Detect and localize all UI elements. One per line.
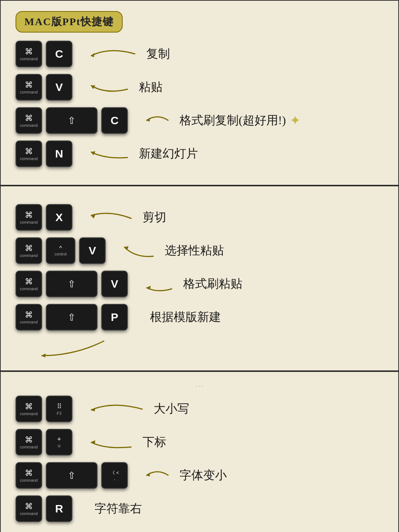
key-shift-4: ⇧	[46, 462, 98, 489]
cmd-key-4: ⌘ command	[16, 140, 42, 167]
key-n: N	[46, 140, 72, 167]
arrow-svg-format-copy	[143, 111, 172, 130]
section-2: ⌘ command X 剪切 ⌘ command ^ control V	[0, 186, 399, 371]
keys-template-new: ⌘ command ⇧ P	[16, 304, 128, 331]
cmd-key-6: ⌘ command	[16, 237, 42, 264]
shortcut-row-selective-paste: ⌘ command ^ control V 选择性粘贴	[16, 237, 383, 264]
annotation-selective-paste: 选择性粘贴	[165, 243, 224, 259]
annotation-paste: 粘贴	[139, 79, 163, 95]
cmd-key-7: ⌘ command	[16, 271, 42, 297]
cmd-key-12: ⌘ command	[16, 495, 42, 522]
annotation-copy: 复制	[146, 46, 170, 62]
key-control: ^ control	[46, 237, 75, 264]
annotation-subscript: 下标	[143, 434, 166, 450]
section-3: · · · ⌘ command ⠿ F3 大小写 ⌘ command	[0, 371, 399, 532]
cmd-key-9: ⌘ command	[16, 396, 42, 422]
arrow-svg-case	[87, 399, 146, 419]
key-shift-1: ⇧	[46, 107, 98, 134]
cmd-key-1: ⌘ command	[16, 41, 42, 67]
key-plus-equal: + =	[46, 429, 72, 455]
shortcut-row-new-slide: ⌘ command N 新建幻灯片	[16, 140, 383, 167]
keys-format-copy: ⌘ command ⇧ C	[16, 107, 128, 134]
arrow-svg-bottom-s2	[38, 337, 112, 359]
key-f3: ⠿ F3	[46, 396, 72, 422]
arrow-format-copy: 格式刷复制(超好用!) ✦	[143, 111, 301, 130]
arrow-case: 大小写	[87, 399, 189, 419]
keys-cut: ⌘ command X	[16, 204, 72, 231]
keys-new-slide: ⌘ command N	[16, 140, 72, 167]
shortcut-row-font-small: ⌘ command ⇧ 《 < ， 字体变小	[16, 462, 383, 489]
arrow-format-paste: 格式刷粘贴	[143, 275, 242, 293]
key-comma: 《 < ，	[101, 462, 128, 489]
arrow-svg-new-slide	[87, 145, 132, 163]
key-shift-2: ⇧	[46, 271, 98, 297]
arrow-svg-cut	[87, 208, 135, 227]
key-c-format: C	[101, 107, 128, 134]
shortcut-row-cut: ⌘ command X 剪切	[16, 204, 383, 231]
keys-selective-paste: ⌘ command ^ control V	[16, 237, 106, 264]
arrow-cut: 剪切	[87, 208, 166, 227]
cmd-key-8: ⌘ command	[16, 304, 42, 331]
section-1: MAC版PPt快捷键 ⌘ command C 复制 ⌘ command V	[0, 0, 399, 186]
arrow-svg-selective	[120, 240, 157, 262]
key-x: X	[46, 204, 72, 231]
shortcut-row-copy: ⌘ command C 复制	[16, 41, 383, 67]
key-v-format: V	[101, 271, 128, 297]
annotation-template-new: 根据模版新建	[150, 309, 221, 325]
arrow-font-small: 字体变小	[143, 466, 227, 485]
arrow-subscript: 下标	[87, 433, 166, 451]
cmd-key-10: ⌘ command	[16, 429, 42, 455]
key-p: P	[101, 304, 128, 331]
arrow-copy: 复制	[87, 45, 170, 63]
annotation-format-paste: 格式刷粘贴	[183, 276, 242, 292]
arrow-svg-paste	[87, 78, 132, 96]
arrow-new-slide: 新建幻灯片	[87, 145, 198, 163]
key-v-selective: V	[79, 237, 106, 264]
key-r: R	[46, 495, 72, 522]
annotation-case: 大小写	[154, 401, 189, 417]
cmd-key-2: ⌘ command	[16, 74, 42, 101]
arrow-svg-bottom-s3	[38, 529, 112, 532]
dot-decoration: · · ·	[16, 383, 383, 389]
arrow-svg-font-small	[143, 466, 172, 485]
key-shift-3: ⇧	[46, 304, 98, 331]
keys-align-right: ⌘ command R	[16, 495, 72, 522]
keys-format-paste: ⌘ command ⇧ V	[16, 271, 128, 297]
keys-copy: ⌘ command C	[16, 41, 72, 67]
page-title: MAC版PPt快捷键	[16, 11, 123, 33]
shortcut-row-format-copy: ⌘ command ⇧ C 格式刷复制(超好用!) ✦	[16, 107, 383, 134]
arrow-selective-paste: 选择性粘贴	[120, 240, 224, 262]
svg-marker-7	[41, 353, 46, 358]
shortcut-row-align-right: ⌘ command R 字符靠右	[16, 495, 383, 522]
arrow-svg-format-paste	[143, 275, 176, 293]
key-v-paste: V	[46, 74, 72, 101]
shortcut-row-case: ⌘ command ⠿ F3 大小写	[16, 396, 383, 422]
shortcut-row-format-paste: ⌘ command ⇧ V 格式刷粘贴	[16, 271, 383, 297]
shortcut-row-template-new: ⌘ command ⇧ P 根据模版新建	[16, 304, 383, 331]
shortcut-row-paste: ⌘ command V 粘贴	[16, 74, 383, 101]
key-c-copy: C	[46, 41, 72, 67]
annotation-format-copy: 格式刷复制(超好用!)	[180, 112, 286, 129]
keys-paste: ⌘ command V	[16, 74, 72, 101]
arrow-template-new: 根据模版新建	[143, 309, 221, 325]
cmd-key-3: ⌘ command	[16, 107, 42, 134]
arrow-svg-copy	[87, 45, 139, 63]
cmd-key-11: ⌘ command	[16, 462, 42, 489]
arrow-paste: 粘贴	[87, 78, 163, 96]
annotation-new-slide: 新建幻灯片	[139, 146, 198, 162]
cmd-key-5: ⌘ command	[16, 204, 42, 231]
annotation-cut: 剪切	[143, 209, 166, 226]
keys-case: ⌘ command ⠿ F3	[16, 396, 72, 422]
keys-subscript: ⌘ command + =	[16, 429, 72, 455]
keys-font-small: ⌘ command ⇧ 《 < ，	[16, 462, 128, 489]
star-icon: ✦	[290, 113, 301, 128]
shortcut-row-subscript: ⌘ command + = 下标	[16, 429, 383, 455]
arrow-align-right: 字符靠右	[87, 501, 142, 517]
arrow-svg-subscript	[87, 433, 135, 451]
annotation-align-right: 字符靠右	[95, 501, 142, 517]
annotation-font-small: 字体变小	[180, 467, 227, 484]
